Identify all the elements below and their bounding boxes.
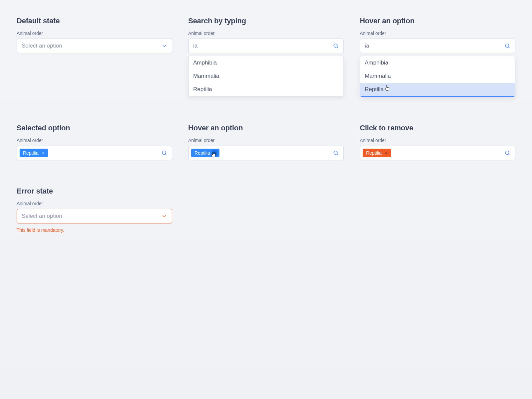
field-label: Animal order — [17, 201, 172, 206]
section-title-default: Default state — [17, 17, 172, 25]
field-label: Animal order — [188, 31, 344, 36]
cursor-pointer-icon — [384, 85, 390, 92]
dropdown-option-amphibia[interactable]: Amphibia — [360, 56, 515, 69]
svg-point-14 — [505, 151, 509, 155]
search-input-text: ia — [365, 43, 369, 49]
search-icon — [504, 43, 510, 49]
selected-tag-removing[interactable]: Reptilia — [363, 149, 391, 157]
remove-tag-icon[interactable] — [212, 150, 217, 156]
field-label: Animal order — [17, 31, 172, 36]
select-search-input[interactable]: ia — [360, 39, 515, 53]
search-input-text: ia — [193, 43, 198, 49]
select-tag-removing[interactable]: Reptilia — [360, 146, 515, 160]
svg-line-11 — [337, 154, 338, 155]
svg-point-0 — [334, 44, 337, 48]
field-label: Animal order — [188, 138, 344, 143]
select-selected[interactable]: Reptilia — [17, 146, 172, 160]
selected-tag[interactable]: Reptilia — [20, 149, 48, 157]
tag-label: Reptilia — [23, 150, 39, 156]
tag-label: Reptilia — [195, 150, 210, 156]
dropdown-option-mammalia[interactable]: Mammalia — [360, 69, 515, 83]
search-icon — [333, 43, 339, 49]
selected-tag[interactable]: Reptilia — [191, 149, 219, 157]
select-placeholder: Select an option — [22, 43, 62, 49]
option-label: Reptilia — [365, 86, 384, 92]
svg-line-3 — [508, 47, 510, 48]
search-icon — [333, 150, 339, 156]
svg-line-15 — [508, 154, 510, 155]
svg-point-10 — [334, 151, 337, 155]
section-title-remove: Click to remove — [360, 124, 515, 132]
section-title-selected: Selected option — [17, 124, 172, 132]
field-label: Animal order — [17, 138, 172, 143]
search-icon — [504, 150, 510, 156]
select-error[interactable]: Select an option — [17, 209, 172, 223]
error-message: This field is mandatory. — [17, 227, 172, 233]
section-title-hover-tag: Hover an option — [188, 124, 344, 132]
dropdown-option-reptilia[interactable]: Reptilia — [189, 83, 343, 96]
section-title-search: Search by typing — [188, 17, 344, 25]
remove-tag-icon[interactable] — [384, 150, 389, 156]
dropdown-option-amphibia[interactable]: Amphibia — [189, 56, 343, 69]
select-search-input[interactable]: ia — [188, 39, 344, 53]
section-title-error: Error state — [17, 187, 172, 196]
svg-point-6 — [162, 151, 166, 155]
field-label: Animal order — [360, 31, 515, 36]
dropdown-option-mammalia[interactable]: Mammalia — [189, 69, 343, 83]
svg-line-1 — [337, 47, 338, 48]
dropdown-list: Amphibia Mammalia Reptilia — [188, 56, 344, 96]
select-placeholder: Select an option — [22, 213, 62, 219]
dropdown-list: Amphibia Mammalia Reptilia — [360, 56, 515, 97]
dropdown-option-reptilia[interactable]: Reptilia — [360, 83, 515, 97]
select-tag-hover[interactable]: Reptilia — [188, 146, 344, 160]
section-title-hover-option: Hover an option — [360, 17, 515, 25]
chevron-down-icon — [161, 213, 167, 219]
chevron-down-icon — [161, 43, 167, 49]
svg-line-7 — [165, 154, 167, 155]
tag-label: Reptilia — [366, 150, 382, 156]
search-icon — [161, 150, 167, 156]
field-label: Animal order — [360, 138, 515, 143]
select-default[interactable]: Select an option — [17, 39, 172, 53]
remove-tag-icon[interactable] — [41, 150, 46, 156]
svg-point-2 — [505, 44, 509, 48]
